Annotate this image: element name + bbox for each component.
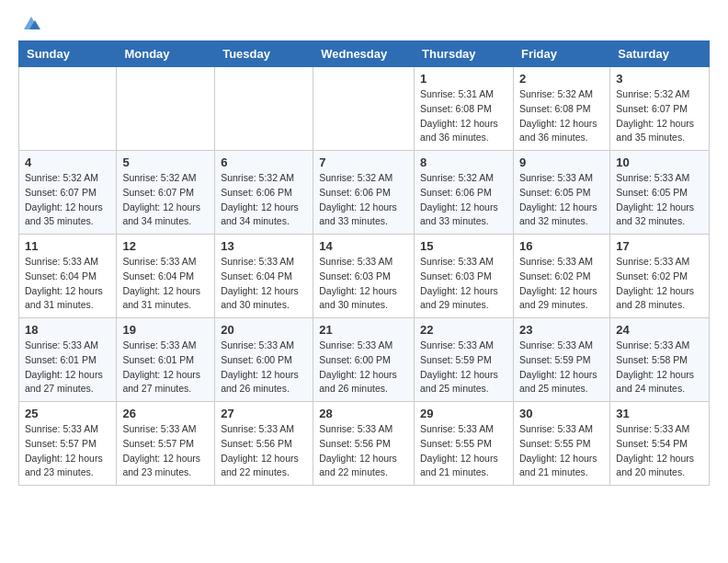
day-number: 18: [25, 323, 110, 337]
day-info: Sunrise: 5:33 AM Sunset: 6:05 PM Dayligh…: [519, 171, 604, 229]
day-info: Sunrise: 5:31 AM Sunset: 6:08 PM Dayligh…: [420, 87, 507, 145]
day-info: Sunrise: 5:33 AM Sunset: 6:04 PM Dayligh…: [122, 255, 209, 313]
page-container: SundayMondayTuesdayWednesdayThursdayFrid…: [0, 0, 728, 500]
day-number: 14: [319, 239, 408, 253]
day-number: 31: [616, 407, 703, 420]
day-number: 20: [221, 323, 307, 337]
calendar-cell: 22Sunrise: 5:33 AM Sunset: 5:59 PM Dayli…: [415, 318, 514, 402]
weekday-friday: Friday: [513, 41, 609, 67]
day-info: Sunrise: 5:33 AM Sunset: 6:00 PM Dayligh…: [221, 339, 307, 396]
day-info: Sunrise: 5:33 AM Sunset: 5:59 PM Dayligh…: [420, 339, 507, 396]
day-number: 11: [25, 239, 110, 253]
day-number: 19: [122, 323, 209, 337]
day-info: Sunrise: 5:33 AM Sunset: 5:55 PM Dayligh…: [519, 422, 604, 480]
weekday-saturday: Saturday: [610, 41, 710, 67]
calendar-table: SundayMondayTuesdayWednesdayThursdayFrid…: [18, 40, 710, 486]
day-info: Sunrise: 5:33 AM Sunset: 6:01 PM Dayligh…: [25, 339, 110, 396]
calendar-cell: 10Sunrise: 5:33 AM Sunset: 6:05 PM Dayli…: [610, 151, 710, 235]
calendar-cell: 6Sunrise: 5:32 AM Sunset: 6:06 PM Daylig…: [215, 151, 313, 235]
calendar-week-5: 25Sunrise: 5:33 AM Sunset: 5:57 PM Dayli…: [19, 402, 710, 486]
calendar-header: SundayMondayTuesdayWednesdayThursdayFrid…: [19, 41, 710, 67]
day-info: Sunrise: 5:32 AM Sunset: 6:07 PM Dayligh…: [122, 171, 209, 229]
calendar-cell: 26Sunrise: 5:33 AM Sunset: 5:57 PM Dayli…: [117, 402, 215, 486]
day-info: Sunrise: 5:33 AM Sunset: 6:04 PM Dayligh…: [25, 255, 110, 313]
calendar-cell: 12Sunrise: 5:33 AM Sunset: 6:04 PM Dayli…: [117, 235, 215, 318]
calendar-cell: [19, 67, 117, 151]
day-number: 2: [519, 72, 604, 86]
day-number: 8: [420, 155, 507, 169]
weekday-thursday: Thursday: [415, 41, 514, 67]
calendar-cell: 3Sunrise: 5:32 AM Sunset: 6:07 PM Daylig…: [610, 67, 710, 151]
day-number: 22: [420, 323, 507, 337]
weekday-wednesday: Wednesday: [313, 41, 415, 67]
calendar-cell: [313, 67, 415, 151]
day-number: 27: [221, 407, 307, 420]
calendar-cell: 21Sunrise: 5:33 AM Sunset: 6:00 PM Dayli…: [313, 318, 415, 402]
calendar-cell: 18Sunrise: 5:33 AM Sunset: 6:01 PM Dayli…: [19, 318, 117, 402]
day-number: 4: [25, 155, 110, 169]
day-number: 10: [616, 155, 703, 169]
calendar-cell: 29Sunrise: 5:33 AM Sunset: 5:55 PM Dayli…: [415, 402, 514, 486]
day-info: Sunrise: 5:33 AM Sunset: 6:05 PM Dayligh…: [616, 171, 703, 229]
calendar-cell: 1Sunrise: 5:31 AM Sunset: 6:08 PM Daylig…: [415, 67, 514, 151]
day-number: 24: [616, 323, 703, 337]
day-info: Sunrise: 5:33 AM Sunset: 5:57 PM Dayligh…: [122, 422, 209, 480]
logo-icon: [20, 15, 42, 33]
day-info: Sunrise: 5:32 AM Sunset: 6:06 PM Dayligh…: [319, 171, 408, 229]
calendar-cell: 8Sunrise: 5:32 AM Sunset: 6:06 PM Daylig…: [415, 151, 514, 235]
calendar-body: 1Sunrise: 5:31 AM Sunset: 6:08 PM Daylig…: [19, 67, 710, 486]
day-number: 1: [420, 72, 507, 86]
day-info: Sunrise: 5:32 AM Sunset: 6:06 PM Dayligh…: [420, 171, 507, 229]
logo: [18, 15, 42, 33]
day-info: Sunrise: 5:32 AM Sunset: 6:07 PM Dayligh…: [25, 171, 110, 229]
weekday-tuesday: Tuesday: [215, 41, 313, 67]
calendar-cell: 31Sunrise: 5:33 AM Sunset: 5:54 PM Dayli…: [610, 402, 710, 486]
day-info: Sunrise: 5:33 AM Sunset: 5:56 PM Dayligh…: [319, 422, 408, 480]
calendar-week-4: 18Sunrise: 5:33 AM Sunset: 6:01 PM Dayli…: [19, 318, 710, 402]
calendar-cell: [117, 67, 215, 151]
weekday-header-row: SundayMondayTuesdayWednesdayThursdayFrid…: [19, 41, 710, 67]
day-info: Sunrise: 5:33 AM Sunset: 6:03 PM Dayligh…: [420, 255, 507, 313]
calendar-cell: 17Sunrise: 5:33 AM Sunset: 6:02 PM Dayli…: [610, 235, 710, 318]
day-info: Sunrise: 5:33 AM Sunset: 6:04 PM Dayligh…: [221, 255, 307, 313]
day-info: Sunrise: 5:32 AM Sunset: 6:07 PM Dayligh…: [616, 87, 703, 145]
day-info: Sunrise: 5:33 AM Sunset: 6:01 PM Dayligh…: [122, 339, 209, 396]
weekday-sunday: Sunday: [19, 41, 117, 67]
day-info: Sunrise: 5:33 AM Sunset: 5:57 PM Dayligh…: [25, 422, 110, 480]
day-number: 12: [122, 239, 209, 253]
day-number: 16: [519, 239, 604, 253]
calendar-cell: 24Sunrise: 5:33 AM Sunset: 5:58 PM Dayli…: [610, 318, 710, 402]
day-number: 15: [420, 239, 507, 253]
calendar-week-3: 11Sunrise: 5:33 AM Sunset: 6:04 PM Dayli…: [19, 235, 710, 318]
calendar-cell: [215, 67, 313, 151]
day-number: 17: [616, 239, 703, 253]
day-info: Sunrise: 5:33 AM Sunset: 5:55 PM Dayligh…: [420, 422, 507, 480]
day-info: Sunrise: 5:33 AM Sunset: 6:00 PM Dayligh…: [319, 339, 408, 396]
calendar-week-1: 1Sunrise: 5:31 AM Sunset: 6:08 PM Daylig…: [19, 67, 710, 151]
calendar-week-2: 4Sunrise: 5:32 AM Sunset: 6:07 PM Daylig…: [19, 151, 710, 235]
weekday-monday: Monday: [117, 41, 215, 67]
calendar-cell: 7Sunrise: 5:32 AM Sunset: 6:06 PM Daylig…: [313, 151, 415, 235]
calendar-cell: 5Sunrise: 5:32 AM Sunset: 6:07 PM Daylig…: [117, 151, 215, 235]
calendar-cell: 14Sunrise: 5:33 AM Sunset: 6:03 PM Dayli…: [313, 235, 415, 318]
day-number: 30: [519, 407, 604, 420]
day-number: 26: [122, 407, 209, 420]
day-info: Sunrise: 5:33 AM Sunset: 5:56 PM Dayligh…: [221, 422, 307, 480]
day-number: 25: [25, 407, 110, 420]
calendar-cell: 16Sunrise: 5:33 AM Sunset: 6:02 PM Dayli…: [513, 235, 609, 318]
page-header: [18, 15, 710, 33]
day-info: Sunrise: 5:33 AM Sunset: 5:59 PM Dayligh…: [519, 339, 604, 396]
day-number: 23: [519, 323, 604, 337]
calendar-cell: 27Sunrise: 5:33 AM Sunset: 5:56 PM Dayli…: [215, 402, 313, 486]
calendar-cell: 19Sunrise: 5:33 AM Sunset: 6:01 PM Dayli…: [117, 318, 215, 402]
calendar-cell: 11Sunrise: 5:33 AM Sunset: 6:04 PM Dayli…: [19, 235, 117, 318]
day-info: Sunrise: 5:32 AM Sunset: 6:08 PM Dayligh…: [519, 87, 604, 145]
day-number: 5: [122, 155, 209, 169]
day-number: 3: [616, 72, 703, 86]
day-info: Sunrise: 5:33 AM Sunset: 6:03 PM Dayligh…: [319, 255, 408, 313]
day-info: Sunrise: 5:33 AM Sunset: 6:02 PM Dayligh…: [519, 255, 604, 313]
day-info: Sunrise: 5:33 AM Sunset: 5:58 PM Dayligh…: [616, 339, 703, 396]
day-number: 28: [319, 407, 408, 420]
calendar-cell: 15Sunrise: 5:33 AM Sunset: 6:03 PM Dayli…: [415, 235, 514, 318]
calendar-cell: 20Sunrise: 5:33 AM Sunset: 6:00 PM Dayli…: [215, 318, 313, 402]
